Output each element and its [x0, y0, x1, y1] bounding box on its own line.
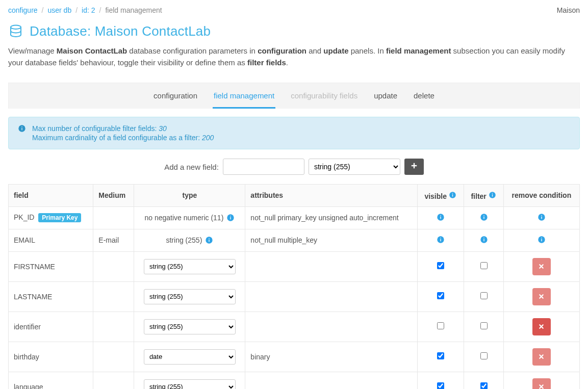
breadcrumb-separator: /: [99, 6, 101, 14]
cell-filter: [464, 229, 503, 251]
type-select[interactable]: string (255)no negative numeric (11)date: [144, 289, 236, 304]
remove-button[interactable]: [532, 348, 551, 366]
tab-configurability-fields[interactable]: configurability fields: [290, 91, 359, 109]
svg-rect-28: [440, 239, 441, 241]
page-title: Database: Maison ContactLab: [30, 23, 211, 39]
breadcrumb-right-label: Maison: [557, 6, 580, 14]
plus-icon: [411, 162, 418, 171]
visible-checkbox[interactable]: [437, 322, 444, 329]
svg-rect-3: [21, 126, 22, 127]
tab-delete[interactable]: delete: [413, 91, 436, 109]
table-row: birthdaystring (255)no negative numeric …: [9, 342, 580, 372]
svg-rect-34: [541, 239, 542, 241]
th-field: field: [9, 185, 93, 207]
info-icon[interactable]: [437, 236, 445, 244]
add-field-row: Add a new field: string (255)no negative…: [8, 159, 580, 175]
cell-remove: [503, 342, 579, 372]
cell-field: FIRSTNAME: [9, 251, 93, 281]
filter-checkbox[interactable]: [480, 292, 488, 299]
type-static: no negative numeric (11): [144, 214, 235, 222]
type-select[interactable]: string (255)no negative numeric (11)date: [144, 259, 236, 274]
svg-rect-17: [440, 215, 441, 216]
cell-medium: [93, 372, 134, 389]
cell-type: string (255)no negative numeric (11)date: [134, 372, 245, 389]
tab-field-management[interactable]: field management: [213, 91, 275, 109]
type-select[interactable]: string (255)no negative numeric (11)date: [144, 379, 236, 390]
info-icon[interactable]: [437, 213, 445, 221]
cell-attributes: [245, 312, 418, 342]
th-attributes: attributes: [245, 185, 418, 207]
visible-checkbox[interactable]: [437, 292, 444, 299]
add-field-name-input[interactable]: [223, 159, 304, 175]
cell-field: birthday: [9, 342, 93, 372]
type-select[interactable]: string (255)no negative numeric (11)date: [144, 319, 236, 334]
remove-button[interactable]: [532, 258, 551, 275]
info-icon[interactable]: [480, 213, 488, 221]
database-icon: [8, 24, 23, 39]
info-icon[interactable]: [538, 236, 546, 244]
close-icon: [538, 323, 545, 330]
type-select[interactable]: string (255)no negative numeric (11)date: [144, 349, 236, 365]
filter-checkbox[interactable]: [480, 262, 488, 269]
cell-medium: [93, 281, 134, 312]
info-icon[interactable]: [226, 214, 235, 222]
cell-attributes: [245, 281, 418, 312]
svg-rect-20: [483, 215, 484, 216]
cell-filter: [464, 342, 503, 372]
svg-rect-2: [21, 128, 22, 131]
add-field-button[interactable]: [404, 159, 424, 175]
primary-key-badge: Primary Key: [38, 213, 81, 222]
tab-update[interactable]: update: [373, 91, 398, 109]
breadcrumb-configure[interactable]: configure: [8, 6, 38, 14]
svg-rect-8: [452, 193, 453, 193]
info-icon[interactable]: [449, 191, 457, 199]
breadcrumb-id[interactable]: id: 2: [82, 6, 95, 14]
table-row: PK_ID Primary Keyno negative numeric (11…: [9, 206, 580, 229]
cell-filter: [464, 281, 503, 312]
visible-checkbox[interactable]: [437, 352, 444, 359]
cell-visible: [417, 372, 464, 389]
close-icon: [538, 383, 545, 389]
svg-rect-25: [209, 240, 210, 242]
svg-rect-10: [492, 194, 493, 196]
info-icon[interactable]: [489, 191, 497, 199]
cell-filter: [464, 372, 503, 389]
remove-button[interactable]: [532, 288, 551, 305]
svg-rect-5: [412, 165, 417, 166]
filter-checkbox[interactable]: [480, 352, 488, 359]
breadcrumb: configure / user db / id: 2 / field mana…: [8, 6, 162, 14]
cell-field: language: [9, 372, 93, 389]
cell-type: string (255)no negative numeric (11)date: [134, 312, 245, 342]
remove-button[interactable]: [532, 318, 551, 335]
cell-field: PK_ID Primary Key: [9, 206, 93, 229]
svg-rect-32: [483, 238, 484, 238]
filter-checkbox[interactable]: [480, 322, 488, 329]
remove-button[interactable]: [532, 378, 551, 390]
cell-visible: [417, 229, 464, 251]
table-row: identifierstring (255)no negative numeri…: [9, 312, 580, 342]
cell-attributes: not_null multiple_key: [245, 229, 418, 251]
cell-filter: [464, 312, 503, 342]
cell-medium: [93, 206, 134, 229]
table-row: languagestring (255)no negative numeric …: [9, 372, 580, 389]
table-row: LASTNAMEstring (255)no negative numeric …: [9, 281, 580, 312]
close-icon: [538, 293, 545, 300]
filter-checkbox[interactable]: [480, 382, 488, 389]
svg-point-0: [11, 25, 21, 29]
close-icon: [538, 353, 545, 360]
cell-field: LASTNAME: [9, 281, 93, 312]
table-row: FIRSTNAMEstring (255)no negative numeric…: [9, 251, 580, 281]
cell-medium: E-mail: [93, 229, 134, 251]
tab-configuration[interactable]: configuration: [152, 91, 198, 109]
svg-rect-11: [492, 193, 493, 193]
breadcrumb-userdb[interactable]: user db: [47, 6, 71, 14]
info-icon[interactable]: [205, 236, 213, 244]
svg-rect-14: [231, 216, 231, 216]
info-icon[interactable]: [538, 213, 546, 221]
cell-medium: [93, 251, 134, 281]
visible-checkbox[interactable]: [437, 262, 444, 269]
info-icon[interactable]: [480, 236, 488, 244]
add-field-type-select[interactable]: string (255)no negative numeric (11)date: [309, 159, 400, 175]
visible-checkbox[interactable]: [437, 382, 444, 389]
cell-attributes: not_null primary_key unsigned auto_incre…: [245, 206, 418, 229]
